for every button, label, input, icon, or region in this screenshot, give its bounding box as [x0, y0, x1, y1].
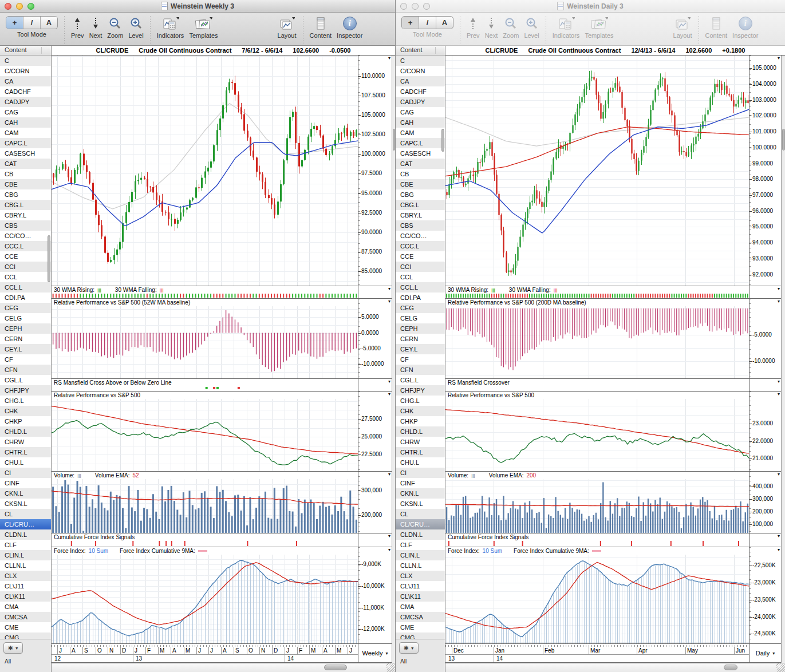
inspector-button[interactable]: i Inspector	[732, 16, 758, 39]
zoom-out-button[interactable]: Zoom	[503, 16, 519, 39]
chart-horizontal-scrollbar[interactable]	[445, 663, 785, 672]
sidebar-scroll-thumb[interactable]	[48, 235, 50, 282]
sidebar-item[interactable]: CB	[396, 169, 445, 179]
sidebar-scroll-thumb[interactable]	[441, 129, 444, 152]
rs-histogram-canvas[interactable]	[52, 306, 358, 378]
sidebar-item[interactable]: CME	[396, 622, 445, 633]
sidebar-item[interactable]: CINF	[396, 478, 445, 488]
sidebar-item[interactable]: CCC.L	[396, 241, 445, 251]
sidebar-item[interactable]: CHG.L	[396, 396, 445, 406]
sidebar-item[interactable]: CME	[0, 622, 51, 633]
sidebar-item[interactable]: CBRY.L	[396, 210, 445, 220]
sidebar-item[interactable]: CERN	[0, 334, 51, 344]
sidebar-item[interactable]: CC/CO…	[0, 231, 51, 241]
sidebar-item[interactable]: CASESCH	[396, 148, 445, 159]
sidebar-item[interactable]: CL	[396, 509, 445, 519]
sidebar-item[interactable]: CAPC.L	[0, 138, 51, 148]
force-index-canvas[interactable]	[445, 555, 749, 643]
cfi-canvas[interactable]	[445, 540, 749, 547]
sidebar-item[interactable]: CFN	[396, 365, 445, 375]
prev-button[interactable]: Prev	[467, 16, 480, 39]
panel-menu-arrow[interactable]: ▾	[778, 299, 780, 304]
zoom-button[interactable]	[27, 3, 34, 10]
crosshair-tool-button[interactable]: +	[6, 17, 23, 29]
panel-menu-arrow[interactable]: ▾	[778, 379, 780, 384]
sidebar-item[interactable]: CBG	[396, 189, 445, 200]
sidebar-item[interactable]: CBG.L	[396, 200, 445, 210]
sidebar-item[interactable]: CEG	[396, 303, 445, 313]
sidebar-item[interactable]: CADCHF	[396, 86, 445, 97]
sidebar-item[interactable]: CHRW	[396, 437, 445, 447]
gear-action-button[interactable]: ✱▼	[3, 642, 23, 654]
sidebar-item[interactable]: CLIN.L	[0, 550, 51, 560]
minimize-button[interactable]	[412, 3, 419, 10]
sidebar-item[interactable]: CHG.L	[0, 396, 51, 406]
sidebar-item[interactable]: CA	[396, 76, 445, 86]
resize-grip[interactable]	[386, 663, 395, 672]
crosshair-tool-button[interactable]: +	[402, 17, 419, 29]
sidebar-item[interactable]: CC/CO…	[396, 231, 445, 241]
sidebar-item[interactable]: CI	[0, 468, 51, 478]
sidebar-item[interactable]: CCI	[396, 262, 445, 272]
zoom-button[interactable]	[423, 3, 430, 10]
sidebar-item[interactable]: CHU.L	[396, 457, 445, 468]
sidebar-item[interactable]: CB	[0, 169, 51, 179]
sidebar-item[interactable]: CLX	[0, 571, 51, 581]
sidebar-item[interactable]: CCC.L	[0, 241, 51, 251]
panel-menu-arrow[interactable]: ▾	[388, 379, 390, 384]
symbol-list[interactable]: CC/CORNCACADCHFCADJPYCAGCAHCAMCAPC.LCASE…	[0, 56, 51, 639]
zoom-out-button[interactable]: Zoom	[107, 16, 123, 39]
title-bar[interactable]: Weinstein Weekly 3	[0, 0, 395, 13]
sidebar-item[interactable]: CMA	[0, 602, 51, 612]
zoom-level-button[interactable]: Level	[524, 16, 539, 39]
sidebar-item[interactable]: C	[0, 56, 51, 66]
sidebar-item[interactable]: CCL.L	[0, 282, 51, 292]
sidebar-item[interactable]: CF	[396, 354, 445, 365]
sidebar-item[interactable]: CL/CRU…	[396, 519, 445, 529]
sidebar-item[interactable]: CAT	[396, 159, 445, 169]
chart-vertical-scrollbar[interactable]	[781, 56, 785, 663]
line-tool-button[interactable]: /	[419, 17, 436, 29]
sidebar-item[interactable]: CAM	[0, 128, 51, 138]
sidebar-item[interactable]: CLDN.L	[396, 529, 445, 540]
sidebar-item[interactable]: CAH	[396, 117, 445, 128]
price-chart-canvas[interactable]	[52, 56, 358, 286]
sidebar-item[interactable]: CERN	[396, 334, 445, 344]
panel-menu-arrow[interactable]: ▾	[778, 533, 780, 539]
sidebar-item[interactable]: CELG	[0, 313, 51, 323]
sidebar-item[interactable]: CFN	[0, 365, 51, 375]
sidebar-item[interactable]: C	[396, 56, 445, 66]
gear-action-button[interactable]: ✱▼	[399, 642, 419, 654]
sidebar-item[interactable]: CKSN.L	[0, 499, 51, 509]
sidebar-item[interactable]: CLF	[0, 540, 51, 550]
sidebar-item[interactable]: CBS	[396, 220, 445, 231]
sidebar-item[interactable]: CL\K11	[0, 591, 51, 602]
chart-horizontal-scrollbar[interactable]	[52, 663, 395, 672]
sidebar-item[interactable]: CHFJPY	[396, 385, 445, 396]
sidebar-item[interactable]: CMCSA	[396, 612, 445, 622]
layout-button[interactable]: Layout	[673, 16, 692, 39]
sidebar-item[interactable]: CLF	[396, 540, 445, 550]
close-button[interactable]	[5, 3, 11, 10]
sidebar-item[interactable]: CLX	[396, 571, 445, 581]
sidebar-item[interactable]: CBE	[0, 179, 51, 189]
indicators-button[interactable]: Indicators	[553, 16, 580, 39]
sidebar-item[interactable]: CAPC.L	[396, 138, 445, 148]
volume-canvas[interactable]	[445, 479, 749, 533]
price-chart-canvas[interactable]	[445, 56, 749, 286]
volume-canvas[interactable]	[52, 479, 358, 533]
sidebar-item[interactable]: CHLD.L	[0, 426, 51, 437]
layout-button[interactable]: Layout	[278, 16, 297, 39]
text-tool-button[interactable]: A	[436, 17, 453, 29]
sidebar-item[interactable]: CCL.L	[396, 282, 445, 292]
sidebar-item[interactable]: CL\K11	[396, 591, 445, 602]
prev-button[interactable]: Prev	[71, 16, 84, 39]
sidebar-item[interactable]: CCI	[0, 262, 51, 272]
rs-mansfield-canvas[interactable]	[52, 386, 358, 391]
content-button[interactable]: Content	[310, 16, 332, 39]
periodicity-dropdown[interactable]: Daily▾	[749, 644, 781, 662]
sidebar-item[interactable]: CASESCH	[0, 148, 51, 159]
sidebar-item[interactable]: CL\J11	[396, 581, 445, 591]
horizontal-scroll-thumb[interactable]	[324, 665, 347, 670]
sidebar-item[interactable]: CKN.L	[0, 488, 51, 499]
